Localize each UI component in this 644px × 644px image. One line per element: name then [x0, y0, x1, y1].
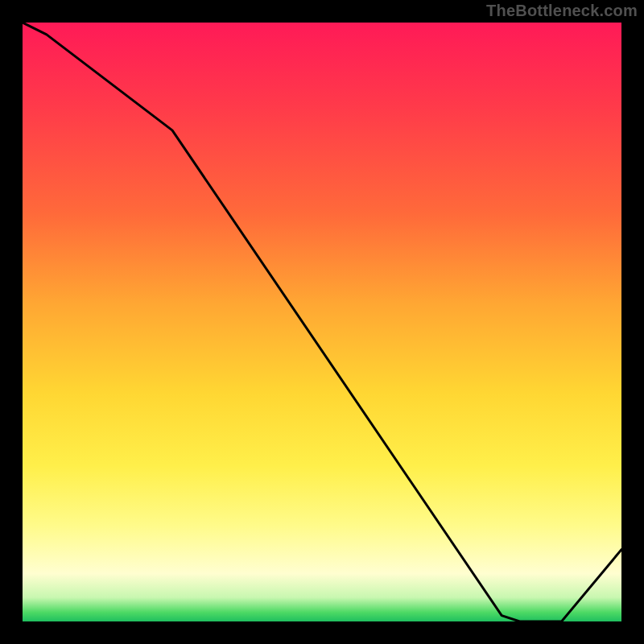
chart-container: TheBottleneck.com — [0, 0, 644, 644]
chart-line-layer — [23, 23, 621, 621]
chart-line — [23, 23, 621, 621]
watermark-text: TheBottleneck.com — [486, 2, 638, 20]
